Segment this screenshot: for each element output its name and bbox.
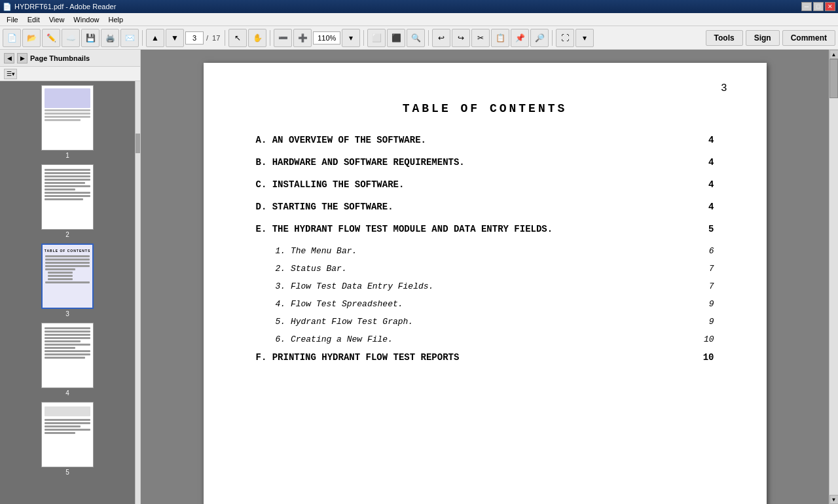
- toc-title: TABLE OF CONTENTS: [256, 102, 714, 115]
- separator-3: [270, 30, 270, 46]
- hand-tool[interactable]: ✋: [248, 29, 266, 47]
- menu-bar: File Edit View Window Help: [0, 13, 838, 26]
- toc-entry-a: A. AN OVERVIEW OF THE SOFTWARE. 4: [256, 135, 714, 145]
- save-button[interactable]: 💾: [81, 29, 100, 47]
- thumb-frame-3: TABLE OF CONTENTS: [41, 243, 94, 309]
- toc-sub-5: 5. Hydrant Flow Test Graph. 9: [256, 317, 714, 327]
- menu-file[interactable]: File: [3, 14, 22, 25]
- panel-forward-button[interactable]: ▶: [17, 53, 27, 63]
- menu-view[interactable]: View: [45, 14, 69, 25]
- toc-sub-6-text: 6. Creating a New File.: [276, 334, 701, 344]
- thumbnail-5[interactable]: 5: [3, 402, 132, 476]
- email-button[interactable]: ✉️: [120, 29, 139, 47]
- separator-1: [142, 30, 143, 46]
- page-number-input[interactable]: [185, 31, 204, 45]
- thumb-inner-2: [42, 165, 93, 229]
- cloud-button[interactable]: ☁️: [62, 29, 80, 47]
- toc-entry-c: C. INSTALLING THE SOFTWARE. 4: [256, 179, 714, 190]
- toc-entry-f-text: F. PRINTING HYDRANT FLOW TEST REPORTS: [256, 352, 701, 363]
- toc-sub-1-text: 1. The Menu Bar.: [276, 246, 701, 256]
- thumb-inner-1: [42, 86, 93, 150]
- thumbnail-2[interactable]: 2: [3, 164, 132, 238]
- separator-2: [225, 30, 225, 46]
- thumb-frame-5: [41, 402, 94, 467]
- toc-sub-3-page: 7: [701, 281, 714, 291]
- pdf-content-area[interactable]: 3 TABLE OF CONTENTS A. AN OVERVIEW OF TH…: [141, 50, 829, 504]
- toc-entry-a-page: 4: [701, 135, 714, 145]
- close-button[interactable]: ✕: [825, 2, 835, 11]
- toc-entry-b-page: 4: [701, 157, 714, 168]
- open-button[interactable]: 📂: [22, 29, 41, 47]
- thumbnail-4[interactable]: 4: [3, 323, 132, 397]
- pdf-page: 3 TABLE OF CONTENTS A. AN OVERVIEW OF TH…: [204, 63, 767, 504]
- toc-entry-f: F. PRINTING HYDRANT FLOW TEST REPORTS 10: [256, 352, 714, 363]
- sign-button[interactable]: Sign: [746, 30, 780, 46]
- next-page-button[interactable]: ▼: [166, 29, 184, 47]
- window-controls: ─ □ ✕: [801, 2, 835, 11]
- separator-5: [428, 30, 429, 46]
- zoom-out-button[interactable]: ➖: [274, 29, 292, 47]
- copy-button[interactable]: 📋: [491, 29, 509, 47]
- toc-entry-e: E. THE HYDRANT FLOW TEST MODULE AND DATA…: [256, 224, 714, 234]
- scroll-up-button[interactable]: ▲: [829, 50, 839, 59]
- scroll-down-button[interactable]: ▼: [829, 495, 839, 504]
- edit-pdf-button[interactable]: ✏️: [42, 29, 60, 47]
- menu-edit[interactable]: Edit: [24, 14, 44, 25]
- fullscreen-button[interactable]: ⛶: [556, 29, 574, 47]
- toc-entry-d-text: D. STARTING THE SOFTWARE.: [256, 202, 701, 212]
- toc-entry-c-text: C. INSTALLING THE SOFTWARE.: [256, 179, 701, 190]
- left-panel-scroll: [135, 81, 140, 504]
- toc-sub-6-page: 10: [701, 334, 714, 344]
- select-tool[interactable]: ↖: [228, 29, 247, 47]
- thumb-frame-2: [41, 164, 94, 230]
- new-button[interactable]: 📄: [3, 29, 21, 47]
- paste-button[interactable]: 📌: [511, 29, 529, 47]
- undo-button[interactable]: ↩: [432, 29, 450, 47]
- panel-content: 1: [0, 81, 140, 504]
- minimize-button[interactable]: ─: [801, 2, 812, 11]
- toc-entry-b-text: B. HARDWARE AND SOFTWARE REQUIREMENTS.: [256, 157, 701, 168]
- menu-help[interactable]: Help: [104, 14, 127, 25]
- search-button[interactable]: 🔎: [530, 29, 549, 47]
- thumb-frame-1: [41, 85, 94, 151]
- toc-entry-f-page: 10: [701, 352, 714, 363]
- print-button[interactable]: 🖨️: [101, 29, 119, 47]
- title-bar: 📄 HYDRFT61.pdf - Adobe Reader ─ □ ✕: [0, 0, 838, 13]
- main-scrollbar[interactable]: ▲ ▼: [829, 50, 838, 504]
- cut-button[interactable]: ✂: [471, 29, 490, 47]
- redo-button[interactable]: ↪: [452, 29, 470, 47]
- thumbnail-3[interactable]: TABLE OF CONTENTS 3: [3, 243, 132, 317]
- toc-sub-2-page: 7: [701, 264, 714, 274]
- scroll-track[interactable]: [829, 59, 838, 495]
- toc-entry-b: B. HARDWARE AND SOFTWARE REQUIREMENTS. 4: [256, 157, 714, 168]
- thumb-label-2: 2: [65, 231, 69, 238]
- prev-page-button[interactable]: ▲: [146, 29, 164, 47]
- toolbar: 📄 📂 ✏️ ☁️ 💾 🖨️ ✉️ ▲ ▼ / 17 ↖ ✋ ➖ ➕ ▾ ⬜ ⬛…: [0, 26, 838, 50]
- more-button[interactable]: ▾: [575, 29, 594, 47]
- panel-back-button[interactable]: ◀: [4, 53, 14, 63]
- toc-sub-1: 1. The Menu Bar. 6: [256, 246, 714, 256]
- window-title: HYDRFT61.pdf - Adobe Reader: [14, 3, 116, 10]
- zoom-input[interactable]: [313, 31, 340, 45]
- panel-options-button[interactable]: ☰▾: [4, 69, 17, 79]
- tools-button[interactable]: Tools: [706, 30, 743, 46]
- toc-sub-6: 6. Creating a New File. 10: [256, 334, 714, 344]
- thumbnail-1[interactable]: 1: [3, 85, 132, 159]
- panel-header: ◀ ▶ Page Thumbnails: [0, 50, 140, 67]
- toc-entry-e-page: 5: [701, 224, 714, 234]
- total-pages: 17: [211, 34, 221, 42]
- fit-page-button[interactable]: ⬜: [367, 29, 386, 47]
- find-button[interactable]: 🔍: [407, 29, 425, 47]
- zoom-in-button[interactable]: ➕: [293, 29, 312, 47]
- menu-window[interactable]: Window: [69, 14, 103, 25]
- fit-width-button[interactable]: ⬛: [387, 29, 405, 47]
- maximize-button[interactable]: □: [813, 2, 824, 11]
- panel-title: Page Thumbnails: [30, 54, 136, 62]
- toc-sub-4-text: 4. Flow Test Spreadsheet.: [276, 299, 701, 309]
- toc-sub-1-page: 6: [701, 246, 714, 256]
- title-bar-left: 📄 HYDRFT61.pdf - Adobe Reader: [3, 3, 116, 11]
- comment-button[interactable]: Comment: [782, 30, 835, 46]
- scroll-thumb[interactable]: [829, 59, 838, 98]
- thumb-label-5: 5: [65, 469, 69, 476]
- zoom-dropdown[interactable]: ▾: [342, 29, 360, 47]
